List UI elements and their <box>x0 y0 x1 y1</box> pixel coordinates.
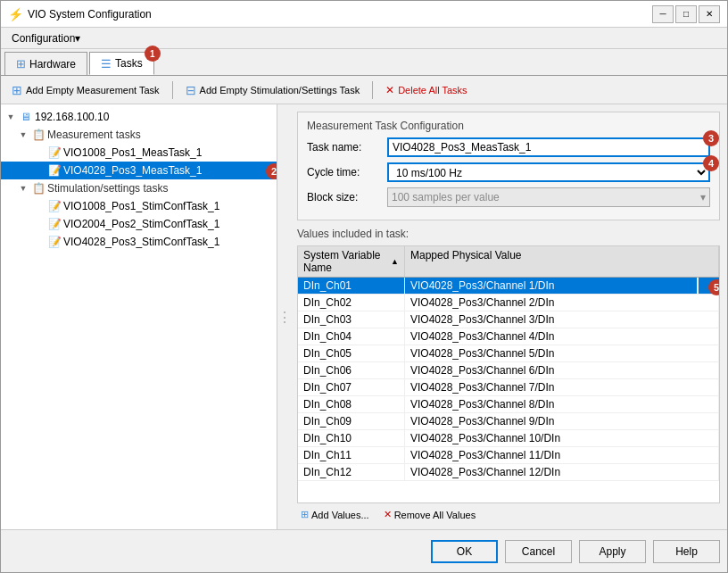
delete-icon: ✕ <box>385 84 394 96</box>
add-values-icon: ⊞ <box>301 509 309 520</box>
resize-handle[interactable]: ⋮ <box>277 104 290 529</box>
mapped-value-cell: VIO4028_Pos3/Channel 2/DIn <box>405 295 719 311</box>
help-button[interactable]: Help <box>653 540 720 563</box>
window-controls: ─ □ ✕ <box>652 5 720 23</box>
apply-button[interactable]: Apply <box>579 540 646 563</box>
col-header-variable: System Variable Name ▲ <box>298 246 405 277</box>
variable-name-cell: DIn_Ch12 <box>298 464 405 480</box>
table-row[interactable]: DIn_Ch02VIO4028_Pos3/Channel 2/DIn <box>298 295 719 311</box>
stim-icon-3: 📝 <box>47 235 62 249</box>
tasks-tab-icon: ☰ <box>101 57 112 71</box>
add-measurement-button[interactable]: ⊞ Add Empty Measurement Task <box>6 81 165 99</box>
tree-stim-task-1[interactable]: 📝 VIO1008_Pos1_StimConfTask_1 <box>1 197 277 215</box>
variable-name-cell: DIn_Ch08 <box>298 396 405 412</box>
tasks-tab-label: Tasks <box>115 57 143 70</box>
toolbar-separator-1 <box>172 81 173 99</box>
maximize-button[interactable]: □ <box>675 5 697 23</box>
configuration-menu[interactable]: Configuration▾ <box>4 30 87 46</box>
tree-stimulation-group[interactable]: ▼ 📋 Stimulation/settings tasks <box>1 179 277 197</box>
measurement-group-label: Measurement tasks <box>47 129 141 141</box>
table-row[interactable]: DIn_Ch09VIO4028_Pos3/Channel 9/DIn <box>298 413 719 430</box>
minimize-button[interactable]: ─ <box>652 5 674 23</box>
mapped-value-cell: VIO4028_Pos3/Channel 6/DIn <box>405 362 719 378</box>
tree-stim-task-2[interactable]: 📝 VIO2004_Pos2_StimConfTask_1 <box>1 215 277 233</box>
stim-task-1-label: VIO1008_Pos1_StimConfTask_1 <box>63 200 219 212</box>
variable-name-cell: DIn_Ch03 <box>298 311 405 328</box>
table-row[interactable]: DIn_Ch04VIO4028_Pos3/Channel 4/DIn <box>298 328 719 345</box>
hardware-tab-label: Hardware <box>29 58 76 71</box>
table-row[interactable]: DIn_Ch11VIO4028_Pos3/Channel 11/DIn <box>298 447 719 464</box>
remove-values-label: Remove All Values <box>394 510 476 520</box>
table-row[interactable]: DIn_Ch07VIO4028_Pos3/Channel 7/DIn <box>298 379 719 396</box>
cycle-time-label: Cycle time: <box>307 166 387 179</box>
measurement-task-2-label: VIO4028_Pos3_MeasTask_1 <box>63 164 202 177</box>
col-variable-label: System Variable Name <box>303 249 387 274</box>
add-stimulation-button[interactable]: ⊟ Add Empty Stimulation/Settings Task <box>180 81 366 99</box>
values-actions: ⊞ Add Values... ✕ Remove All Values <box>297 507 720 522</box>
mapped-value-cell: VIO4028_Pos3/Channel 11/DIn <box>405 447 719 463</box>
window-title: VIO System Configuration <box>28 8 652 21</box>
main-window: ⚡ VIO System Configuration ─ □ ✕ Configu… <box>0 0 728 573</box>
mapped-value-cell: VIO4028_Pos3/Channel 8/DIn <box>405 396 719 412</box>
table-header: System Variable Name ▲ Mapped Physical V… <box>298 246 719 278</box>
mapped-value-cell: VIO4028_Pos3/Channel 7/DIn <box>405 379 719 395</box>
cycle-time-select[interactable]: 10 ms/100 Hz 1 ms/1000 Hz 2 ms/500 Hz 5 … <box>387 162 710 182</box>
block-size-row: Block size: 100 samples per value ▾ <box>307 187 710 207</box>
values-section-title: Values included in task: <box>297 228 720 240</box>
tab-hardware[interactable]: ⊞ Hardware <box>4 52 87 75</box>
block-size-chevron: ▾ <box>700 191 706 203</box>
table-row[interactable]: DIn_Ch06VIO4028_Pos3/Channel 6/DIn <box>298 362 719 379</box>
stimulation-group-label: Stimulation/settings tasks <box>47 182 168 195</box>
table-row[interactable]: DIn_Ch01VIO4028_Pos3/Channel 1/DIn…5 <box>298 278 719 295</box>
cancel-button[interactable]: Cancel <box>505 540 572 563</box>
stim-task-2-label: VIO2004_Pos2_StimConfTask_1 <box>63 218 219 230</box>
add-stimulation-label: Add Empty Stimulation/Settings Task <box>200 85 360 96</box>
table-row[interactable]: DIn_Ch10VIO4028_Pos3/Channel 10/DIn <box>298 430 719 447</box>
sort-icon: ▲ <box>391 257 399 266</box>
delete-all-button[interactable]: ✕ Delete All Tasks <box>380 82 472 98</box>
tree-stim-task-3[interactable]: 📝 VIO4028_Pos3_StimConfTask_1 <box>1 233 277 251</box>
table-row[interactable]: DIn_Ch03VIO4028_Pos3/Channel 3/DIn <box>298 311 719 328</box>
mapped-value-cell: VIO4028_Pos3/Channel 1/DIn <box>405 278 698 294</box>
cycle-time-badge: 4 <box>703 155 719 171</box>
config-section-title: Measurement Task Configuration <box>307 120 710 132</box>
remove-values-button[interactable]: ✕ Remove All Values <box>380 507 480 522</box>
mapped-value-cell: VIO4028_Pos3/Channel 9/DIn <box>405 413 719 429</box>
block-size-value: 100 samples per value <box>392 191 500 203</box>
title-bar: ⚡ VIO System Configuration ─ □ ✕ <box>1 1 727 28</box>
task-name-row: Task name: 3 <box>307 137 710 157</box>
selected-task-badge: 2 <box>266 163 277 179</box>
table-body: DIn_Ch01VIO4028_Pos3/Channel 1/DIn…5DIn_… <box>298 278 719 481</box>
remove-values-icon: ✕ <box>384 509 392 520</box>
main-content: ▼ 🖥 192.168.100.10 ▼ 📋 Measurement tasks… <box>1 104 727 529</box>
variable-name-cell: DIn_Ch01 <box>298 278 405 294</box>
table-row[interactable]: DIn_Ch08VIO4028_Pos3/Channel 8/DIn <box>298 396 719 413</box>
menu-bar: Configuration▾ <box>1 28 727 49</box>
measurement-config-box: Measurement Task Configuration Task name… <box>297 112 720 220</box>
stim-icon-2: 📝 <box>47 217 62 231</box>
values-section: Values included in task: System Variable… <box>297 228 720 522</box>
stim-icon-1: 📝 <box>47 199 62 213</box>
tree-measurement-task-1[interactable]: 📝 VIO1008_Pos1_MeasTask_1 <box>1 144 277 162</box>
mapped-value-cell: VIO4028_Pos3/Channel 4/DIn <box>405 328 719 345</box>
tree-panel: ▼ 🖥 192.168.100.10 ▼ 📋 Measurement tasks… <box>1 104 277 529</box>
add-measurement-label: Add Empty Measurement Task <box>26 85 160 96</box>
block-size-label: Block size: <box>307 191 387 203</box>
ok-button[interactable]: OK <box>431 540 498 563</box>
task-name-input[interactable] <box>387 137 710 157</box>
tree-measurement-group[interactable]: ▼ 📋 Measurement tasks <box>1 126 277 144</box>
variable-name-cell: DIn_Ch04 <box>298 328 405 345</box>
stimulation-group-icon: 📋 <box>31 181 46 195</box>
tree-measurement-task-2[interactable]: 📝 VIO4028_Pos3_MeasTask_1 2 <box>1 162 277 179</box>
tree-root[interactable]: ▼ 🖥 192.168.100.10 <box>1 108 277 126</box>
cycle-time-row: Cycle time: 10 ms/100 Hz 1 ms/1000 Hz 2 … <box>307 162 710 182</box>
tab-tasks[interactable]: ☰ Tasks 1 <box>89 52 154 75</box>
measurement-group-icon: 📋 <box>31 128 46 142</box>
measurement-task-1-label: VIO1008_Pos1_MeasTask_1 <box>63 146 202 159</box>
table-row[interactable]: DIn_Ch05VIO4028_Pos3/Channel 5/DIn <box>298 345 719 362</box>
table-row[interactable]: DIn_Ch12VIO4028_Pos3/Channel 12/DIn <box>298 464 719 481</box>
close-button[interactable]: ✕ <box>699 5 720 23</box>
add-values-button[interactable]: ⊞ Add Values... <box>297 507 373 522</box>
variable-name-cell: DIn_Ch11 <box>298 447 405 463</box>
mapped-value-cell: VIO4028_Pos3/Channel 10/DIn <box>405 430 719 446</box>
